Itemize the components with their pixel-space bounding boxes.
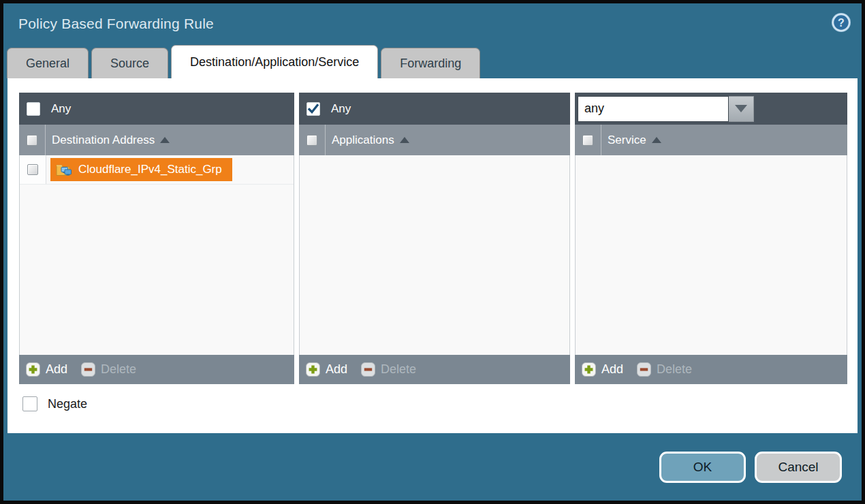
chevron-down-icon [735, 105, 747, 112]
table-row: Cloudflare_IPv4_Static_Grp [20, 155, 294, 185]
tab-source-label: Source [110, 57, 149, 71]
service-delete-button[interactable]: Delete [637, 362, 692, 377]
tab-destination-application-service-label: Destination/Application/Service [190, 55, 359, 69]
service-header-label: Service [608, 133, 646, 147]
address-group-icon [56, 163, 72, 176]
service-column: any Service [575, 93, 847, 384]
row-checkbox[interactable] [27, 164, 38, 175]
applications-toolbar: Add Delete [299, 355, 570, 384]
minus-icon [637, 362, 651, 377]
sort-ascending-icon[interactable] [400, 137, 409, 143]
service-header-row: Service [575, 125, 847, 155]
titlebar: Policy Based Forwarding Rule ? [3, 3, 862, 44]
cancel-button[interactable]: Cancel [755, 452, 842, 483]
cancel-button-label: Cancel [778, 460, 818, 475]
destination-address-header-label: Destination Address [52, 133, 155, 147]
tab-general[interactable]: General [7, 48, 89, 78]
applications-header-label: Applications [332, 133, 394, 147]
tab-forwarding[interactable]: Forwarding [381, 48, 480, 78]
selector-columns: Any Destination Address [7, 78, 858, 384]
applications-header-row: Applications [299, 125, 570, 155]
applications-column: Any Applications Add [299, 93, 570, 384]
destination-any-checkbox[interactable] [27, 102, 40, 116]
tab-destination-application-service[interactable]: Destination/Application/Service [171, 45, 378, 78]
destination-delete-label: Delete [101, 362, 136, 377]
applications-any-row: Any [299, 93, 570, 125]
destination-address-column: Any Destination Address [19, 93, 294, 384]
applications-select-all-checkbox[interactable] [306, 135, 317, 146]
service-mode-dropdown-value[interactable]: any [578, 96, 729, 122]
plus-icon [582, 362, 596, 377]
address-group-item[interactable]: Cloudflare_IPv4_Static_Grp [50, 158, 232, 181]
minus-icon [81, 362, 95, 377]
applications-delete-button[interactable]: Delete [361, 362, 416, 377]
applications-any-checkbox[interactable] [306, 102, 320, 116]
destination-add-label: Add [46, 362, 67, 377]
tab-bar: General Source Destination/Application/S… [3, 44, 862, 78]
dialog-title: Policy Based Forwarding Rule [18, 16, 214, 32]
destination-any-label: Any [51, 102, 71, 116]
address-group-item-label: Cloudflare_IPv4_Static_Grp [78, 163, 222, 176]
service-add-label: Add [601, 362, 623, 377]
negate-label: Negate [48, 397, 87, 411]
applications-select-all-cell [299, 125, 326, 155]
tab-content-panel: Any Destination Address [7, 78, 858, 433]
tab-general-label: General [26, 57, 69, 71]
destination-add-button[interactable]: Add [26, 362, 67, 377]
svg-text:?: ? [838, 17, 845, 29]
destination-toolbar: Add Delete [19, 355, 294, 384]
ok-button[interactable]: OK [659, 452, 746, 483]
ok-button-label: OK [693, 460, 712, 475]
row-checkbox-cell [20, 155, 46, 184]
policy-based-forwarding-rule-dialog: Policy Based Forwarding Rule ? General S… [0, 0, 865, 504]
applications-delete-label: Delete [381, 362, 416, 377]
applications-list [299, 155, 570, 355]
service-list [575, 155, 847, 355]
negate-checkbox[interactable] [22, 396, 37, 411]
negate-row: Negate [22, 396, 858, 411]
destination-any-row: Any [19, 93, 294, 125]
service-delete-label: Delete [657, 362, 692, 377]
applications-any-label: Any [331, 102, 351, 116]
checkmark-icon [307, 103, 319, 115]
tab-forwarding-label: Forwarding [400, 57, 461, 71]
destination-delete-button[interactable]: Delete [81, 362, 136, 377]
dialog-footer: OK Cancel [3, 433, 862, 501]
service-add-button[interactable]: Add [582, 362, 623, 377]
destination-select-all-cell [19, 125, 46, 155]
plus-icon [306, 362, 320, 377]
applications-add-label: Add [326, 362, 347, 377]
service-dropdown-row: any [575, 93, 847, 125]
sort-ascending-icon[interactable] [160, 137, 170, 143]
minus-icon [361, 362, 375, 377]
service-toolbar: Add Delete [575, 355, 847, 384]
service-select-all-cell [575, 125, 601, 155]
sort-ascending-icon[interactable] [652, 137, 661, 143]
service-mode-dropdown-button[interactable] [729, 96, 754, 122]
plus-icon [26, 362, 40, 377]
service-mode-dropdown[interactable]: any [578, 96, 754, 122]
destination-address-header-row: Destination Address [19, 125, 294, 155]
help-icon[interactable]: ? [831, 12, 851, 33]
destination-select-all-checkbox[interactable] [27, 135, 37, 146]
destination-address-list: Cloudflare_IPv4_Static_Grp [19, 155, 294, 355]
service-select-all-checkbox[interactable] [582, 135, 593, 146]
applications-add-button[interactable]: Add [306, 362, 347, 377]
tab-source[interactable]: Source [91, 48, 168, 78]
